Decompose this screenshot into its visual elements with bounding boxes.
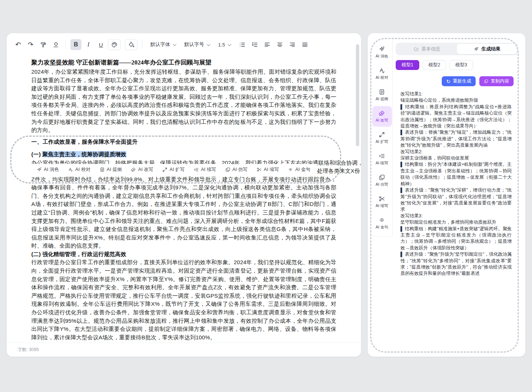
document-title: 聚力攻坚提效能 守正创新谱新篇——2024年办公室工作回顾与展望 <box>31 58 336 67</box>
result-3-section-2: ▌表述升级："聚焦"升级为"坚守职能定位"，强化政治属性；"统筹"转化为"多维协… <box>400 251 512 277</box>
panel-tab-bar: 基本信息 生成结果 <box>396 43 518 55</box>
document-area[interactable]: 聚力攻坚提效能 守正创新谱新篇——2024年办公室工作回顾与展望 2024年，办… <box>7 53 361 343</box>
align-justify-button[interactable] <box>300 39 311 50</box>
align-right-icon <box>289 41 296 48</box>
copy-content-button[interactable]: 复制内容 <box>479 76 514 86</box>
paragraph-s1-line2-tail: 处理各类来文X份，发文Y份，流转文件 <box>317 167 361 175</box>
rail-ai-shorten[interactable]: AI 缩写 <box>372 192 392 212</box>
ai-quote-button[interactable]: AI 金句 <box>283 165 315 174</box>
line-spacing-dropdown[interactable]: 1.5 <box>214 39 234 50</box>
refresh-icon: ↻ <box>446 79 451 84</box>
chevron-down-icon <box>228 42 231 46</box>
bold-button[interactable]: B <box>70 39 81 50</box>
align-center-button[interactable] <box>274 39 286 50</box>
copy-icon <box>484 79 489 84</box>
font-family-value: 默认字体 <box>150 41 170 48</box>
ai-proofread-button[interactable]: AI 校对 <box>63 165 95 174</box>
subsection-1-prefix: (一) <box>31 151 42 157</box>
clear-format-button[interactable] <box>50 39 61 50</box>
ai-shorten-button[interactable]: AI 缩写 <box>252 165 283 174</box>
rail-ai-rewrite[interactable]: AI 改写 <box>372 106 392 127</box>
section-marker: ▌ <box>400 130 404 135</box>
result-actions: ↻重新生成 复制内容 <box>396 76 519 86</box>
result-2-section-2: ▌表述升级："聚焦"转化为"深耕"，增强行动力度；"统筹"升级为"协同联动"，体… <box>400 187 512 213</box>
rail-ai-quote[interactable]: AI 金句 <box>372 213 392 234</box>
chevron-down-icon <box>207 42 210 46</box>
result-2-headline: 深耕主业强根基，协同联动促发展 <box>400 155 512 161</box>
font-color-button[interactable] <box>108 39 120 50</box>
rail-ai-proofread[interactable]: AI 校对 <box>372 63 392 84</box>
editor-toolbar: ↶ ↷ B I U 默认字体 默认字号 1.5 <box>7 36 361 53</box>
ai-polish-button[interactable]: AI 润色 <box>32 165 63 174</box>
ai-panel-main: 基本信息 生成结果 模型1 模型2 模型3 ↻重新生成 复制内容 改写结果1: … <box>396 43 519 351</box>
bullet-list-icon <box>239 41 246 48</box>
rail-ai-expand[interactable]: AI 扩写 <box>372 127 392 148</box>
continue-list-icon <box>193 167 199 172</box>
result-1-title: 改写结果1: <box>400 91 512 97</box>
expand-arrows-icon <box>378 131 385 138</box>
section-marker: ▌ <box>400 162 404 167</box>
result-1-section-2: ▌表述升级：替换"聚焦"为"锚定"，增加战略定力；"统筹协调"升级为"系统推进"… <box>400 129 512 148</box>
a-check-icon <box>68 167 73 172</box>
redo-icon: ↷ <box>28 41 33 48</box>
document-icon <box>378 88 385 95</box>
rewrite-results: 改写结果1: 锚定战略核心定位，系统推进效能升级 ▌结构重组：将原并列结构调整为… <box>400 91 512 277</box>
align-justify-icon <box>301 41 308 48</box>
section-marker: ▌ <box>400 188 404 193</box>
ai-imitate-button[interactable]: AI 仿写 <box>221 165 252 174</box>
italic-button[interactable]: I <box>83 39 94 50</box>
sparkle-icon <box>36 167 42 172</box>
format-painter-icon <box>40 41 47 48</box>
result-2-title: 改写结果2: <box>400 149 512 155</box>
numbered-list-button[interactable] <box>249 39 260 50</box>
line-spacing-value: 1.5 <box>218 42 225 48</box>
paragraph-intro: 2024年，办公室紧紧围绕年度工作目标，充分发挥运转枢纽、参谋助手、服务保障等职… <box>31 68 336 134</box>
scissors-icon <box>256 167 262 172</box>
model-2-chip[interactable]: 模型2 <box>423 60 446 70</box>
toolbar-divider <box>142 41 142 49</box>
redo-button[interactable]: ↷ <box>25 39 36 50</box>
palette-icon <box>111 41 118 48</box>
rail-ai-imitate[interactable]: AI 仿写 <box>372 170 392 191</box>
align-center-icon <box>276 41 283 48</box>
subsection-heading-1: (一) 聚焦主责主业，统筹协调提质增效 <box>31 150 336 159</box>
result-2-section-1: ▌结构重组：拆分为"本体建设+机制创新"两个维度。主责主业→主业强根基（突出基础… <box>400 161 512 187</box>
font-family-dropdown[interactable]: 默认字体 <box>147 39 179 50</box>
rail-ai-outline[interactable]: AI 提纲 <box>372 85 392 105</box>
highlight-color-button[interactable] <box>125 39 137 50</box>
word-count: 字数: 3095 <box>18 347 39 353</box>
pen-nib-icon <box>378 110 385 117</box>
format-painter-button[interactable] <box>38 39 49 50</box>
ai-floating-toolbar: AI 润色 AI 校对 AI 提纲 AI 改写 AI 扩写 AI 续写 AI 仿… <box>31 164 317 175</box>
subsection-heading-2: (二) 强化精细管理，行政运行规范高效 <box>31 250 336 259</box>
ai-outline-button[interactable]: AI 提纲 <box>95 165 126 174</box>
lines-icon <box>378 217 385 224</box>
undo-button[interactable]: ↶ <box>13 39 24 50</box>
toolbar-divider <box>66 41 66 49</box>
rail-ai-polish[interactable]: AI 润色 <box>372 42 392 63</box>
result-3-section-1: ▌结构重组：构建"精准施策+质效突破"逻辑闭环。聚焦主责主业→坚守职能定位精准发… <box>400 226 512 252</box>
expand-arrows-icon <box>162 167 168 172</box>
model-3-chip[interactable]: 模型3 <box>449 60 473 70</box>
ai-continue-button[interactable]: AI 续写 <box>189 165 220 174</box>
model-1-chip[interactable]: 模型1 <box>396 60 419 70</box>
screen: ↶ ↷ B I U 默认字体 默认字号 1.5 聚力攻坚提效能 守正创新谱新篇—… <box>0 0 532 392</box>
tab-basic-info[interactable]: 基本信息 <box>397 44 457 54</box>
section-heading-1: 一、工作成效显著，服务保障水平全面提升 <box>31 138 336 146</box>
align-left-button[interactable] <box>262 39 273 50</box>
align-right-button[interactable] <box>287 39 298 50</box>
bullet-list-button[interactable] <box>237 39 248 50</box>
ai-rewrite-button[interactable]: AI 改写 <box>126 165 158 174</box>
underline-button[interactable]: U <box>95 39 106 50</box>
tab-generated-result[interactable]: 生成结果 <box>457 44 517 54</box>
rail-ai-continue[interactable]: AI 续写 <box>372 149 392 169</box>
paint-bucket-icon <box>128 41 135 48</box>
sparkle-icon <box>473 46 479 52</box>
selected-text-highlight: 聚焦主责主业，统筹协调提质增效 <box>42 151 126 157</box>
result-3-title: 改写结果3: <box>400 213 512 219</box>
regenerate-button[interactable]: ↻重新生成 <box>442 76 476 86</box>
font-size-dropdown[interactable]: 默认字号 <box>181 39 213 50</box>
eraser-icon <box>52 41 59 48</box>
document-scrollbar[interactable] <box>356 44 359 146</box>
ai-expand-button[interactable]: AI 扩写 <box>158 165 189 174</box>
